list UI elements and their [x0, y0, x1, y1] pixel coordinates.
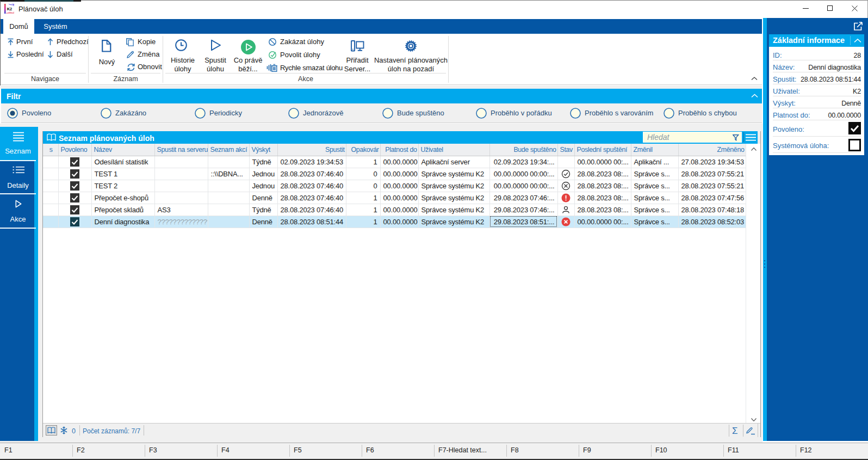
- svg-text:K2: K2: [7, 7, 13, 11]
